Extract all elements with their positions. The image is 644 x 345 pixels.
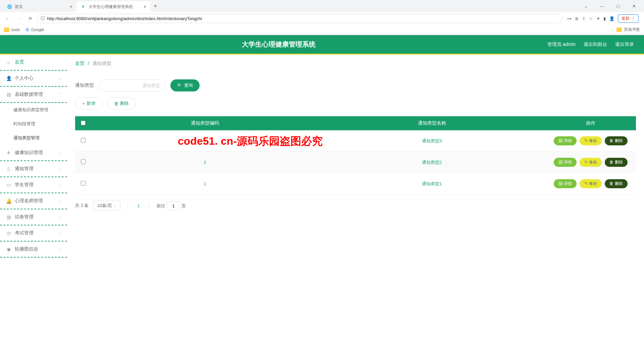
zoom-icon[interactable]: ⊕	[575, 16, 579, 21]
paper-icon: ▥	[6, 214, 11, 220]
sidebar-item-exam[interactable]: ◷考试管理⌄	[0, 225, 67, 242]
search-icon: 🔍	[177, 83, 182, 88]
forward-button[interactable]: →	[14, 14, 23, 23]
bookmark-bar: tools GGoogle 其他书签	[0, 25, 644, 35]
sidebar-item-carousel[interactable]: ◉轮播图信息⌄	[0, 242, 67, 258]
tab-home[interactable]: 🌐 首页 ×	[3, 1, 76, 12]
close-icon[interactable]: ×	[70, 4, 72, 9]
star-icon[interactable]: ☆	[589, 16, 593, 21]
bookmark-other[interactable]: 其他书签	[616, 27, 640, 32]
student-icon: ▭	[6, 182, 11, 188]
prev-page[interactable]: ‹	[125, 203, 130, 208]
app-root: 大学生心理健康管理系统 管理员 admin 退出到前台 退出登录 ⌂首页 👤个人…	[0, 35, 644, 345]
panel-icon[interactable]: ▮	[603, 16, 606, 21]
chevron-down-icon: ⌄	[58, 151, 61, 155]
nav-bar: ← → ⟳ ⓘ http://localhost:8080/xinlijiank…	[0, 12, 644, 25]
goto-input[interactable]	[167, 202, 180, 210]
chevron-down-icon: ⌄	[58, 231, 61, 235]
sidebar-sub-time[interactable]: 时间段管理	[0, 117, 67, 131]
close-icon[interactable]: ×	[144, 4, 146, 9]
exit-front-link[interactable]: 退出到前台	[584, 42, 607, 48]
sidebar-item-personal[interactable]: 👤个人中心⌄	[0, 71, 67, 87]
data-icon: ▤	[6, 92, 11, 97]
url-actions: ⊶ ⊕ ⇪ ☆ ✦ ▮ 👤 更新 ⋮	[565, 14, 641, 23]
logout-link[interactable]: 退出登录	[615, 42, 634, 48]
row-delete-button[interactable]: 🗑 删除	[605, 158, 627, 167]
row-delete-button[interactable]: 🗑 删除	[605, 136, 627, 145]
sidebar-sub-health-type[interactable]: 健康知识类型管理	[0, 103, 67, 117]
header-links: 管理员 admin 退出到前台 退出登录	[547, 42, 634, 48]
search-label: 通知类型	[75, 82, 94, 88]
row-code[interactable]: 3	[91, 130, 318, 152]
app-header: 大学生心理健康管理系统 管理员 admin 退出到前台 退出登录	[0, 35, 644, 55]
tab-title: 首页	[15, 4, 23, 10]
edit-button[interactable]: ✎ 修改	[580, 158, 601, 167]
chevron-down-icon: ⌄	[58, 183, 61, 187]
chevron-down-icon: ⌄	[58, 167, 61, 171]
sidebar-item-notice[interactable]: ▯通知管理⌄	[0, 161, 67, 177]
key-icon[interactable]: ⊶	[567, 16, 572, 21]
breadcrumb-home[interactable]: 首页	[75, 61, 85, 66]
google-icon: G	[26, 27, 29, 32]
sidebar-item-basic-data[interactable]: ▤基础数据管理⌃	[0, 87, 67, 103]
sidebar-item-exam-paper[interactable]: ▥试卷管理⌄	[0, 209, 67, 225]
row-checkbox[interactable]	[81, 138, 86, 143]
page-size-select[interactable]: 10条/页 ⌄	[93, 201, 120, 211]
admin-label[interactable]: 管理员 admin	[547, 42, 576, 48]
main-content: 首页 / 通知类型 通知类型 🔍查询 +新增 🗑删除 通知类型编码 通知类型名	[67, 55, 644, 345]
next-page[interactable]: ›	[147, 203, 152, 208]
query-button[interactable]: 🔍查询	[170, 79, 200, 91]
chevron-down-icon: ⌄	[58, 215, 61, 219]
tab-app[interactable]: ▼ 大学生心理健康管理系统 ×	[76, 1, 150, 12]
reload-button[interactable]: ⟳	[25, 14, 35, 23]
minimize-icon[interactable]: —	[594, 1, 609, 11]
maximize-icon[interactable]: ◻	[610, 1, 625, 11]
update-button[interactable]: 更新 ⋮	[618, 14, 639, 23]
edit-button[interactable]: ✎ 修改	[580, 136, 601, 145]
globe-icon: 🌐	[7, 4, 12, 9]
bookmark-tools[interactable]: tools	[4, 27, 20, 32]
table-row: 1 通知类型1 ▦ 详情 ✎ 修改 🗑 删除	[75, 173, 636, 195]
dropdown-icon[interactable]: ⌄	[578, 1, 593, 11]
row-name[interactable]: 通知类型2	[318, 152, 545, 173]
detail-button[interactable]: ▦ 详情	[554, 179, 576, 188]
sidebar-item-health-knowledge[interactable]: ✈健康知识管理⌄	[0, 145, 67, 161]
app-title: 大学生心理健康管理系统	[10, 40, 547, 49]
goto-label: 前往页	[157, 202, 186, 210]
back-button[interactable]: ←	[3, 14, 12, 23]
col-ops: 操作	[545, 116, 636, 130]
sidebar-item-psych-teacher[interactable]: 🔔心理老师管理⌄	[0, 193, 67, 209]
plus-icon: +	[82, 101, 85, 106]
page-number[interactable]: 1	[136, 203, 142, 208]
sidebar-sub-notice-type[interactable]: 通知类型管理	[0, 131, 67, 145]
chevron-down-icon: ⌄	[58, 247, 61, 252]
share-icon[interactable]: ⇪	[582, 16, 586, 21]
row-code[interactable]: 1	[91, 173, 318, 195]
detail-button[interactable]: ▦ 详情	[554, 158, 576, 167]
profile-icon[interactable]: 👤	[609, 16, 614, 21]
edit-button[interactable]: ✎ 修改	[580, 179, 601, 188]
url-bar[interactable]: ⓘ http://localhost:8080/xinlijiankangxit…	[37, 14, 562, 23]
total-count: 共 3 条	[75, 203, 89, 209]
action-row: +新增 🗑删除	[75, 97, 636, 110]
send-icon: ✈	[6, 150, 11, 155]
bookmark-google[interactable]: GGoogle	[26, 27, 44, 32]
table-row: 3 通知类型3 ▦ 详情 ✎ 修改 🗑 删除	[75, 130, 636, 152]
detail-button[interactable]: ▦ 详情	[554, 136, 576, 145]
extensions-icon[interactable]: ✦	[596, 16, 600, 21]
row-name[interactable]: 通知类型3	[318, 130, 545, 152]
add-button[interactable]: +新增	[75, 97, 102, 110]
new-tab-button[interactable]: +	[150, 3, 161, 10]
col-name: 通知类型名称	[318, 116, 545, 130]
sidebar-item-student[interactable]: ▭学生管理⌄	[0, 177, 67, 193]
row-name[interactable]: 通知类型1	[318, 173, 545, 195]
search-input[interactable]	[99, 79, 166, 91]
delete-button[interactable]: 🗑删除	[107, 97, 136, 110]
select-all-checkbox[interactable]	[81, 121, 86, 125]
close-window-icon[interactable]: ✕	[627, 1, 641, 11]
row-checkbox[interactable]	[81, 181, 86, 186]
row-delete-button[interactable]: 🗑 删除	[605, 179, 627, 188]
row-code[interactable]: 2	[91, 152, 318, 173]
sidebar-item-home[interactable]: ⌂首页	[0, 55, 67, 71]
row-checkbox[interactable]	[81, 159, 86, 164]
